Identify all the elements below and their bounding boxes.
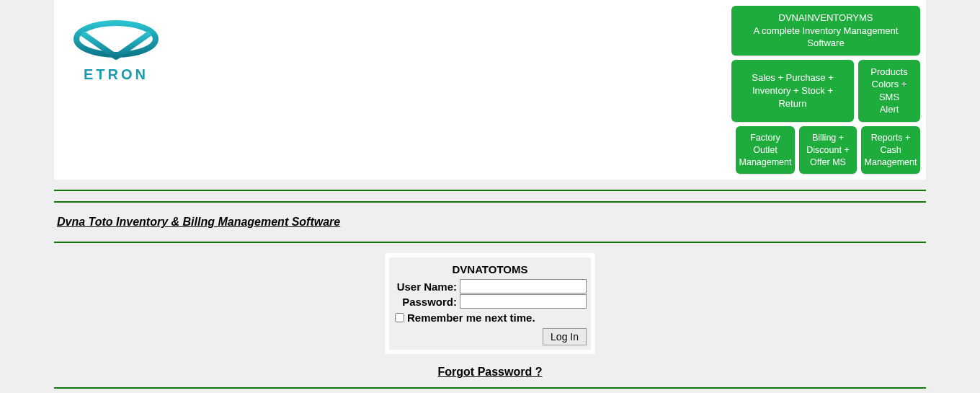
page-title-top: Dvna Toto Inventory & Billng Management … (54, 203, 926, 242)
etron-logo-icon: ETRON (66, 17, 166, 84)
password-input[interactable] (460, 294, 587, 309)
forgot-password-link[interactable]: Forgot Password ? (438, 366, 543, 378)
logo: ETRON (66, 0, 166, 86)
badge-sales: Sales + Purchase + Inventory + Stock + R… (731, 60, 854, 122)
login-title: DVNATOTOMS (393, 262, 587, 278)
badge-factory: Factory Outlet Management (736, 126, 795, 175)
badge-main-line1: DVNAINVENTORYMS (779, 12, 873, 25)
header-badges: DVNAINVENTORYMS A complete Inventory Man… (731, 0, 926, 180)
header: ETRON DVNAINVENTORYMS A complete Invento… (54, 0, 926, 180)
username-input[interactable] (460, 279, 587, 293)
username-label: User Name: (393, 281, 460, 293)
login-button[interactable]: Log In (543, 328, 587, 345)
remember-label: Remember me next time. (407, 312, 535, 324)
badge-products: Products Colors + SMS Alert (858, 60, 920, 122)
password-label: Password: (393, 296, 460, 308)
badge-main-line2: A complete Inventory Management Software (739, 25, 913, 50)
badge-main: DVNAINVENTORYMS A complete Inventory Man… (731, 6, 920, 56)
svg-text:ETRON: ETRON (84, 66, 148, 82)
login-panel: DVNATOTOMS User Name: Password: Remember… (385, 253, 595, 354)
page-title-bottom: Dvna Toto Inventory & Billng Management … (54, 389, 926, 393)
badge-billing: Billing + Discount + Offer MS (799, 126, 857, 175)
badge-reports: Reports + Cash Management (861, 126, 920, 175)
remember-checkbox[interactable] (395, 313, 404, 322)
